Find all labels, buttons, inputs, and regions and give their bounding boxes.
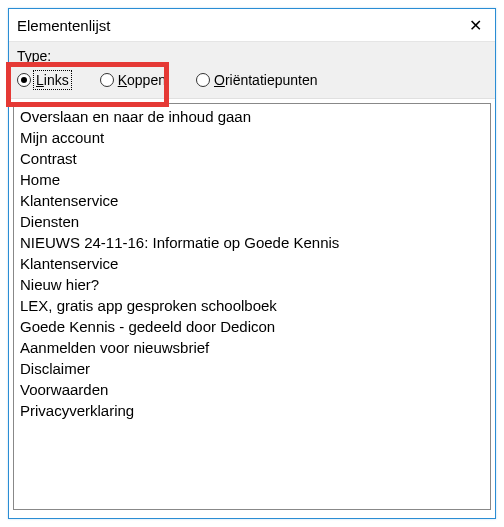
elements-list-dialog: Elementenlijst ✕ Type: LinksKoppenOriënt…	[8, 8, 496, 519]
type-section: Type: LinksKoppenOriëntatiepunten	[9, 42, 495, 99]
radio-icon	[196, 73, 210, 87]
list-item[interactable]: Klantenservice	[18, 190, 486, 211]
list-item[interactable]: LEX, gratis app gesproken schoolboek	[18, 295, 486, 316]
list-item[interactable]: Voorwaarden	[18, 379, 486, 400]
list-item[interactable]: Disclaimer	[18, 358, 486, 379]
list-item[interactable]: Mijn account	[18, 127, 486, 148]
list-item[interactable]: NIEUWS 24-11-16: Informatie op Goede Ken…	[18, 232, 486, 253]
type-radio-row: LinksKoppenOriëntatiepunten	[17, 72, 487, 88]
list-item[interactable]: Goede Kennis - gedeeld door Dedicon	[18, 316, 486, 337]
list-item[interactable]: Klantenservice	[18, 253, 486, 274]
list-item[interactable]: Home	[18, 169, 486, 190]
type-label: Type:	[17, 48, 487, 64]
type-radio-orient[interactable]: Oriëntatiepunten	[196, 72, 318, 88]
close-icon[interactable]: ✕	[465, 15, 485, 35]
list-item[interactable]: Privacyverklaring	[18, 400, 486, 421]
radio-icon	[17, 73, 31, 87]
list-item[interactable]: Overslaan en naar de inhoud gaan	[18, 106, 486, 127]
radio-label: Oriëntatiepunten	[214, 72, 318, 88]
list-item[interactable]: Diensten	[18, 211, 486, 232]
window-title: Elementenlijst	[17, 17, 110, 34]
elements-list[interactable]: Overslaan en naar de inhoud gaanMijn acc…	[13, 103, 491, 510]
type-radio-koppen[interactable]: Koppen	[100, 72, 166, 88]
titlebar: Elementenlijst ✕	[9, 9, 495, 42]
radio-icon	[100, 73, 114, 87]
list-item[interactable]: Nieuw hier?	[18, 274, 486, 295]
list-item[interactable]: Contrast	[18, 148, 486, 169]
radio-label: Links	[35, 72, 70, 88]
list-item[interactable]: Aanmelden voor nieuwsbrief	[18, 337, 486, 358]
type-radio-links[interactable]: Links	[17, 72, 70, 88]
radio-label: Koppen	[118, 72, 166, 88]
